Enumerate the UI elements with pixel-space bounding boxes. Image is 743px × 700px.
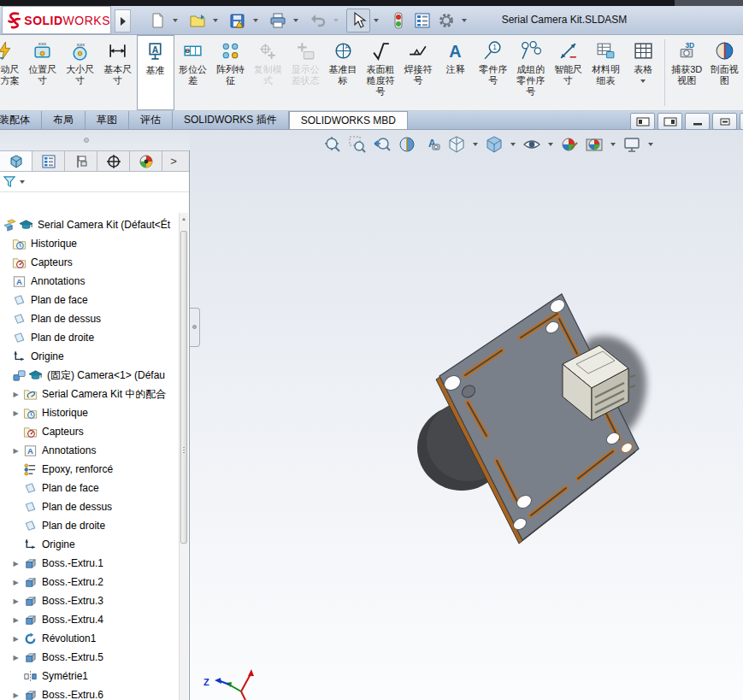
- save-dropdown[interactable]: [250, 9, 262, 32]
- new-document-dropdown[interactable]: [169, 9, 181, 32]
- tab-displaymanager[interactable]: [130, 151, 162, 171]
- print-button[interactable]: [266, 9, 290, 32]
- open-document-button[interactable]: [186, 9, 209, 32]
- tree-item-front-plane[interactable]: Plan de face: [0, 291, 180, 309]
- restore-button[interactable]: [712, 113, 737, 130]
- ribbon-datum[interactable]: 基准: [137, 35, 174, 110]
- tab-featuremanager-tree[interactable]: [0, 151, 32, 171]
- tab-sketch[interactable]: 草图: [86, 111, 129, 129]
- tree-item-boss-extrude-4[interactable]: Boss.-Extru.4: [0, 610, 180, 629]
- tree-item-material[interactable]: Epoxy, renforcé: [0, 460, 180, 479]
- tree-item-right-plane-2[interactable]: Plan de droite: [0, 516, 180, 535]
- tree-item-history-2[interactable]: Historique: [0, 403, 180, 422]
- tree-item-right-plane[interactable]: Plan de droite: [0, 328, 180, 347]
- tab-layout[interactable]: 布局: [42, 111, 86, 129]
- scrollbar-up-arrow-icon[interactable]: [180, 213, 188, 224]
- expand-arrow-icon[interactable]: [9, 654, 22, 662]
- new-document-button[interactable]: [145, 9, 169, 32]
- ribbon-tables[interactable]: 表格: [624, 35, 662, 110]
- ribbon-size-dimension[interactable]: 大小尺寸: [62, 35, 99, 110]
- undo-dropdown[interactable]: [330, 9, 342, 32]
- tree-item-front-plane-2[interactable]: Plan de face: [0, 479, 180, 497]
- tree-item-origin-2[interactable]: Origine: [0, 535, 180, 554]
- scrollbar-thumb[interactable]: [180, 231, 187, 544]
- tree-item-boss-extrude-3[interactable]: Boss.-Extru.3: [0, 591, 180, 610]
- ribbon-capture-3d-view[interactable]: 捕获3D视图: [668, 35, 705, 110]
- close-button-partial[interactable]: [740, 113, 743, 130]
- expand-arrow-icon[interactable]: [9, 635, 22, 643]
- expand-arrow-icon[interactable]: [9, 409, 22, 417]
- tree-item-sensors-2[interactable]: Capteurs: [0, 422, 180, 441]
- tree-item-boss-extrude-2[interactable]: Boss.-Extru.2: [0, 573, 180, 591]
- graphics-viewport[interactable]: Z: [190, 130, 743, 700]
- tab-solidworks-mbd[interactable]: SOLIDWORKS MBD: [289, 111, 408, 129]
- expand-panel-button[interactable]: >: [162, 151, 185, 171]
- ribbon-balloon[interactable]: 零件序号: [475, 35, 512, 110]
- tree-item-boss-extrude-1[interactable]: Boss.-Extru.1: [0, 554, 180, 573]
- tree-scrollbar[interactable]: [179, 213, 188, 700]
- minimize-button[interactable]: [685, 113, 710, 130]
- tree-item-sensors[interactable]: Capteurs: [0, 253, 180, 272]
- save-button[interactable]: [226, 9, 250, 32]
- expand-arrow-icon[interactable]: [9, 560, 22, 568]
- ribbon-datum-target[interactable]: 基准目标: [324, 35, 362, 110]
- titlebar: SOLIDWORKS Serial Camera Kit.SLDASM: [0, 6, 743, 35]
- filter-funnel-icon[interactable]: [3, 174, 17, 189]
- expand-arrow-icon[interactable]: [9, 579, 22, 586]
- tree-item-boss-extrude-6[interactable]: Boss.-Extru.6: [0, 685, 180, 700]
- ribbon-auto-balloon[interactable]: 成组的零件序号: [512, 35, 550, 110]
- ribbon-auto-dimension-scheme[interactable]: 自动尺寸方案: [0, 35, 24, 110]
- command-ribbon: 自动尺寸方案 位置尺寸 大小尺寸 基本尺寸 基准 形位公差 阵列特征 复制模式 …: [0, 35, 743, 111]
- tree-item-symmetry-1[interactable]: Symétrie1: [0, 667, 180, 685]
- interference-lights-button[interactable]: [386, 9, 410, 32]
- filter-dropdown-icon[interactable]: [20, 180, 25, 184]
- expand-arrow-icon[interactable]: [9, 691, 22, 699]
- expand-arrow-icon[interactable]: [9, 597, 22, 605]
- tab-solidworks-addins[interactable]: SOLIDWORKS 插件: [173, 111, 289, 129]
- tree-item-top-plane-2[interactable]: Plan de dessus: [0, 497, 180, 516]
- select-dropdown[interactable]: [370, 9, 382, 32]
- ribbon-basic-dimension[interactable]: 基本尺寸: [99, 35, 137, 110]
- camera-kit-3d-model[interactable]: [190, 130, 743, 700]
- expand-arrow-icon[interactable]: [9, 447, 22, 455]
- expand-arrow-icon[interactable]: [9, 616, 22, 624]
- ribbon-surface-finish[interactable]: 表面粗糙度符号: [362, 35, 399, 110]
- display-pane-button[interactable]: [410, 9, 434, 32]
- tree-item-assembly-root[interactable]: Serial Camera Kit (Défaut<Ét: [0, 215, 180, 234]
- tab-evaluate[interactable]: 评估: [129, 111, 173, 129]
- tree-item-camera-component[interactable]: (固定) Camera<1> (Défau: [0, 366, 180, 385]
- collapse-pane-right-button[interactable]: [657, 113, 682, 130]
- tab-propertymanager[interactable]: [32, 151, 65, 171]
- expand-arrow-icon[interactable]: [9, 391, 22, 398]
- tree-item-origin[interactable]: Origine: [0, 347, 180, 366]
- panel-splitter-handle[interactable]: [190, 308, 200, 347]
- open-document-dropdown[interactable]: [209, 9, 221, 32]
- tab-configurationmanager[interactable]: [65, 151, 97, 171]
- ribbon-location-dimension[interactable]: 位置尺寸: [24, 35, 62, 110]
- tree-item-top-plane[interactable]: Plan de dessus: [0, 309, 180, 328]
- tree-item-mates-folder[interactable]: Serial Camera Kit 中的配合: [0, 385, 180, 403]
- undo-button[interactable]: [306, 9, 330, 32]
- collapse-pane-left-button[interactable]: [630, 113, 655, 130]
- tables-dropdown-icon[interactable]: [640, 79, 646, 83]
- tree-item-boss-extrude-5[interactable]: Boss.-Extru.5: [0, 648, 180, 667]
- ribbon-weld-symbol[interactable]: 焊接符号: [399, 35, 437, 110]
- print-dropdown[interactable]: [290, 9, 302, 32]
- ribbon-geometric-tolerance[interactable]: 形位公差: [174, 35, 212, 110]
- tab-assembly[interactable]: 装配体: [0, 111, 42, 129]
- tree-item-annotations[interactable]: Annotations: [0, 272, 180, 291]
- ribbon-bill-of-materials[interactable]: 材料明细表: [587, 35, 625, 110]
- ribbon-smart-dimension[interactable]: 智能尺寸: [550, 35, 587, 110]
- manager-tab-bar: >: [0, 150, 189, 172]
- ribbon-pattern-feature[interactable]: 阵列特征: [211, 35, 249, 110]
- panel-collapse-dot[interactable]: [84, 138, 89, 143]
- tab-dimxpertmanager[interactable]: [97, 151, 130, 171]
- tree-item-revolution-1[interactable]: Révolution1: [0, 629, 180, 648]
- tree-item-annotations-2[interactable]: Annotations: [0, 441, 180, 460]
- ribbon-note[interactable]: 注释: [437, 35, 475, 110]
- tree-item-history[interactable]: Historique: [0, 234, 180, 253]
- menu-flyout-button[interactable]: [115, 9, 131, 32]
- select-cursor-button[interactable]: [346, 9, 370, 32]
- ribbon-section-view[interactable]: 剖面视图: [705, 35, 743, 110]
- ribbon-copy-scheme: 复制模式: [249, 35, 286, 110]
